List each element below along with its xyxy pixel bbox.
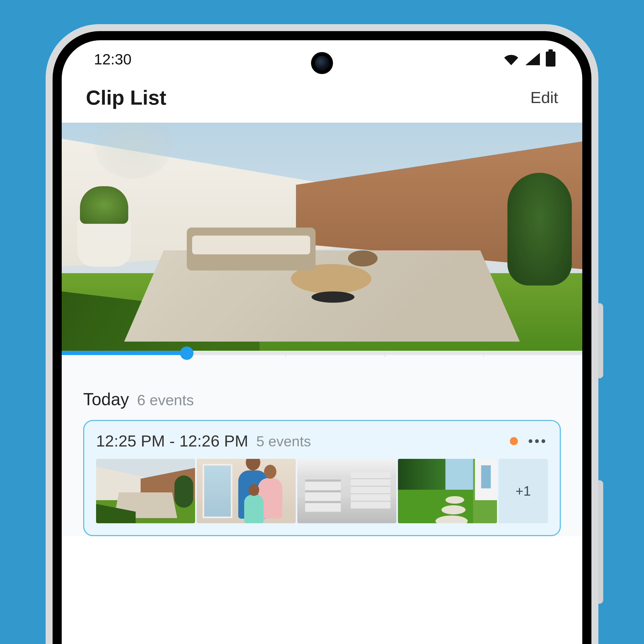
phone-bezel: 12:30 (53, 31, 591, 644)
content: Today 6 events 12:25 PM - 12:26 PM 5 eve… (62, 363, 582, 536)
preview-planter (77, 218, 131, 267)
more-icon (529, 439, 532, 443)
event-time-range: 12:25 PM - 12:26 PM (96, 432, 248, 450)
preview-sofa (187, 228, 316, 270)
thumb-garden-path[interactable] (398, 459, 497, 523)
status-icons (503, 52, 555, 67)
event-count: 5 events (256, 433, 311, 449)
cellular-icon (525, 53, 540, 65)
status-time: 12:30 (94, 50, 131, 68)
scrubber-thumb[interactable] (180, 346, 193, 360)
wifi-icon (503, 53, 519, 65)
more-icon (535, 439, 539, 443)
thumb-more[interactable]: +1 (499, 459, 548, 523)
preview-bush (507, 173, 572, 286)
more-button[interactable] (526, 437, 548, 446)
section-event-count: 6 events (137, 391, 194, 409)
more-icon (541, 439, 545, 443)
section-header: Today 6 events (83, 373, 561, 420)
thumb-garage[interactable] (297, 459, 396, 523)
video-preview[interactable] (62, 123, 582, 351)
header: Clip List Edit (62, 78, 582, 123)
thumb-backyard[interactable] (96, 459, 195, 523)
thumb-more-label: +1 (515, 483, 531, 499)
event-card[interactable]: 12:25 PM - 12:26 PM 5 events (83, 420, 561, 536)
preview-firepit (312, 291, 354, 303)
battery-icon (546, 52, 555, 67)
phone-frame: 12:30 (46, 24, 598, 644)
event-thumbnails: +1 (96, 459, 548, 523)
scrubber-tick (385, 351, 385, 357)
camera-hole (311, 52, 333, 74)
unread-badge-icon (510, 437, 518, 445)
section-title: Today (83, 389, 129, 409)
thumb-family[interactable] (197, 459, 296, 523)
preview-table (348, 250, 378, 266)
scrubber-tick (286, 351, 286, 357)
event-card-header: 12:25 PM - 12:26 PM 5 events (96, 432, 548, 450)
screen: 12:30 (62, 40, 582, 644)
timeline-scrubber[interactable] (62, 351, 582, 363)
scrubber-fill (62, 351, 187, 355)
scrubber-tick (483, 351, 484, 357)
status-bar: 12:30 (62, 40, 582, 78)
edit-button[interactable]: Edit (530, 88, 558, 107)
page-title: Clip List (86, 86, 166, 109)
